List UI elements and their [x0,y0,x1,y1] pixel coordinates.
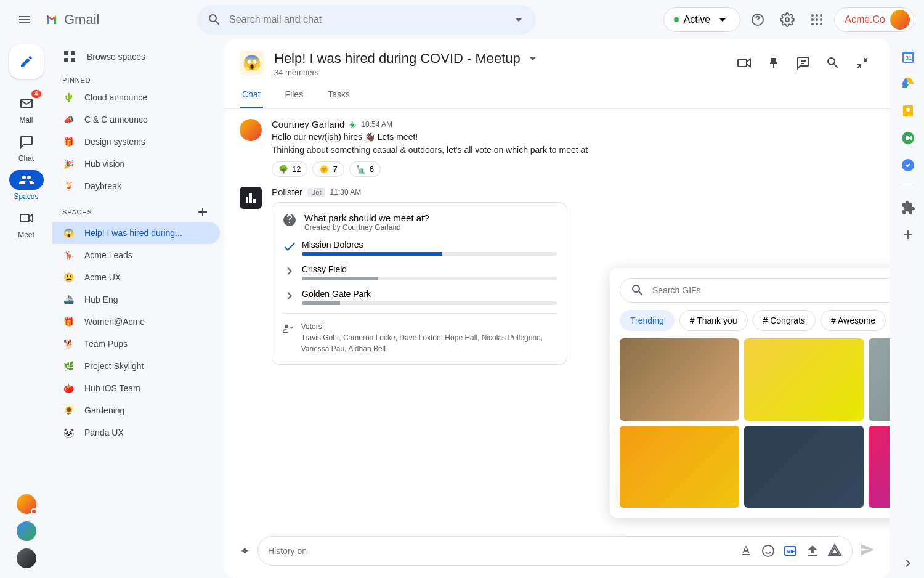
reaction-emoji: 🌞 [319,165,329,174]
message-input-wrapper[interactable]: GIF [257,536,853,566]
help-button[interactable] [745,7,770,32]
sidebar-item[interactable]: 🐕Team Pups [52,333,220,355]
sidebar-item[interactable]: 🌿Project Skylight [52,355,220,377]
sidebar-item-label: Hub Eng [84,295,118,304]
sidebar-item[interactable]: 📣C & C announce [52,108,220,131]
presence-avatar-1[interactable] [17,494,36,514]
gif-search-bar[interactable] [620,278,890,303]
sidebar-item[interactable]: 🍹Daybreak [52,175,220,197]
rail-mail[interactable]: 4 Mail [7,91,46,127]
presence-avatar-3[interactable] [17,548,36,568]
rail-meet[interactable]: Meet [7,206,46,242]
sidebar-item[interactable]: 🎉Hub vision [52,153,220,175]
search-options-icon[interactable] [511,12,526,27]
reaction-chip[interactable]: 🌞7 [312,161,344,177]
status-chip[interactable]: Active [663,7,741,32]
gmail-logo[interactable]: Gmail [44,12,192,28]
tab-chat[interactable]: Chat [240,82,263,108]
gif-tag[interactable]: # Thank you [679,310,748,331]
sidebar-item[interactable]: 🦌Acme Leads [52,244,220,266]
gif-thumbnail[interactable] [744,338,864,421]
status-dot-icon [674,17,679,22]
space-members[interactable]: 34 members [274,68,540,77]
sidebar-item[interactable]: 🌵Cloud announce [52,86,220,108]
gif-tag[interactable]: # Awesome [821,310,886,331]
sidebar-item[interactable]: 🍅Hub iOS Team [52,377,220,399]
help-icon [282,213,297,227]
addons-button[interactable] [901,200,913,213]
presence-avatar-2[interactable] [17,521,36,541]
format-icon[interactable] [739,543,753,558]
video-call-button[interactable] [732,51,756,75]
poll-option[interactable]: Golden Gate Park [282,288,557,306]
reaction-emoji: 🗽 [356,165,366,174]
pin-button[interactable] [761,51,786,75]
compose-button[interactable] [9,44,44,79]
sidebar-item[interactable]: 🐼Panda UX [52,421,220,444]
send-button[interactable] [860,542,875,560]
collapse-panel-button[interactable] [901,556,913,568]
calendar-app-icon[interactable]: 31 [901,49,913,62]
sidebar-item[interactable]: 🌻Gardening [52,399,220,421]
gif-thumbnail[interactable] [869,426,890,508]
apps-button[interactable] [804,7,829,32]
space-emoji-icon: 🎉 [62,158,75,170]
poll-option[interactable]: Mission Dolores [282,239,557,256]
tasks-app-icon[interactable] [901,158,913,170]
svg-point-4 [820,14,822,17]
thread-button[interactable] [791,51,816,75]
reaction-chip[interactable]: 🌳12 [272,161,307,177]
space-emoji-icon: 🐕 [62,338,75,350]
svg-point-6 [816,18,818,21]
space-emoji-icon: 🍅 [62,382,75,394]
sidebar-item[interactable]: 🚢Hub Eng [52,288,220,311]
message-sender: Courtney Garland [272,119,344,129]
tab-tasks[interactable]: Tasks [325,82,352,108]
gif-thumbnail[interactable] [869,338,890,421]
search-in-space-button[interactable] [821,51,845,75]
gif-thumbnail[interactable] [620,338,739,421]
gif-tag[interactable]: # Congrats [753,310,816,331]
smart-compose-icon[interactable]: ✦ [240,543,250,558]
tab-files[interactable]: Files [283,82,306,108]
sidebar-item[interactable]: 😱Help! I was hired during... [52,222,220,244]
gif-icon[interactable]: GIF [783,543,798,558]
space-emoji-icon: 😱 [62,227,75,239]
sidebar-item-label: Acme UX [84,272,121,282]
message-input[interactable] [268,546,734,556]
settings-button[interactable] [775,7,800,32]
drive-app-icon[interactable] [901,76,913,89]
upload-icon[interactable] [805,543,820,558]
chat-icon [19,134,34,149]
sidebar-item[interactable]: 😃Acme UX [52,266,220,288]
main-menu-button[interactable] [10,5,39,35]
sidebar-item[interactable]: 🎁Women@Acme [52,311,220,333]
add-button[interactable] [901,227,913,240]
poll-option[interactable]: Crissy Field [282,264,557,281]
rail-spaces[interactable]: Spaces [7,168,46,203]
add-space-button[interactable] [195,205,210,219]
sidebar-item-label: Daybreak [84,181,121,191]
poll-option-name: Golden Gate Park [302,289,557,299]
sidebar-item[interactable]: 🎁Design systems [52,131,220,153]
svg-point-1 [785,18,789,22]
search-input[interactable] [229,14,504,25]
gif-tag[interactable]: Trending [620,310,675,331]
keep-app-icon[interactable] [901,104,913,116]
gif-thumbnail[interactable] [620,426,739,508]
browse-spaces[interactable]: Browse spaces [52,44,220,69]
poll-option-name: Mission Dolores [302,240,557,250]
drive-icon[interactable] [827,543,842,558]
emoji-icon[interactable] [761,543,776,558]
search-bar[interactable] [197,5,536,35]
gif-search-input[interactable] [652,285,890,295]
reaction-chip[interactable]: 🗽6 [349,161,381,177]
svg-point-26 [285,325,288,328]
account-switcher[interactable]: Acme.Co [834,7,914,32]
space-dropdown-icon[interactable] [525,51,540,66]
meet-app-icon[interactable] [901,131,913,143]
svg-point-2 [811,14,814,17]
gif-thumbnail[interactable] [744,426,864,508]
rail-chat[interactable]: Chat [7,129,46,165]
collapse-button[interactable] [850,51,875,75]
